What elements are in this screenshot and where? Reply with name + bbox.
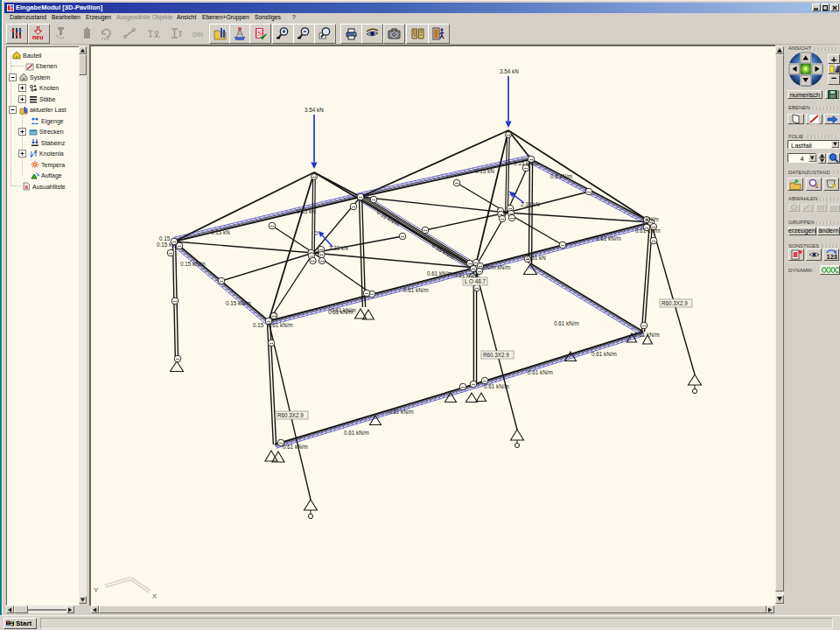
svg-text:X: X [152,592,158,600]
svg-text:0.15 kN/m: 0.15 kN/m [514,160,539,166]
svg-text:2.33 kN: 2.33 kN [521,201,540,207]
svg-text:0.61 kN/m: 0.61 kN/m [528,369,553,375]
svg-text:2.33 kN: 2.33 kN [329,245,348,251]
svg-text:3.54 kN: 3.54 kN [304,107,324,113]
svg-text:kN/m: kN/m [646,216,659,222]
svg-text:S: S [258,30,262,38]
svg-text:R60.3X2.9: R60.3X2.9 [662,300,688,306]
svg-text:0.61 kN/m: 0.61 kN/m [331,307,356,313]
svg-text:0.61 kN/m: 0.61 kN/m [427,270,452,276]
svg-text:0.61 kN/m: 0.61 kN/m [268,322,293,328]
svg-text:R60.3X2.9: R60.3X2.9 [277,412,304,418]
svg-text:0.61 kN/m: 0.61 kN/m [388,409,414,415]
svg-text:neu: neu [32,34,43,40]
svg-text:DIN: DIN [192,32,203,38]
svg-text:0.15 k: 0.15 k [157,242,172,248]
svg-text:0.15 kN: 0.15 kN [297,208,316,214]
svg-text:0.61 kN/m: 0.61 kN/m [484,383,509,389]
svg-text:0.61 kN/m: 0.61 kN/m [554,320,579,326]
svg-text:R60.3X2.9: R60.3X2.9 [483,352,509,358]
svg-text:0.61 kN/m: 0.61 kN/m [592,351,617,357]
svg-text:0.5 kN/m: 0.5 kN/m [550,173,572,179]
svg-text:0.61 kN/m: 0.61 kN/m [283,444,308,450]
svg-text:0.15 kN/m: 0.15 kN/m [226,300,251,306]
svg-text:L O 48.7: L O 48.7 [465,278,486,284]
svg-text:0.15: 0.15 [159,235,171,242]
svg-text:0.61 kN/m: 0.61 kN/m [344,430,369,436]
svg-text:0.15: 0.15 [253,322,264,328]
svg-text:3.54 kN: 3.54 kN [500,68,519,74]
svg-text:0.15 kN: 0.15 kN [211,229,230,235]
svg-text:123: 123 [827,253,838,261]
svg-text:0.61 kN/m: 0.61 kN/m [403,287,429,293]
svg-text:0.61 kN: 0.61 kN [527,255,546,261]
svg-text:0.15 kN: 0.15 kN [475,168,494,174]
svg-text:0.61 kN/m: 0.61 kN/m [635,228,661,234]
svg-text:kN/m kN/m: kN/m kN/m [483,264,510,270]
svg-text:Y: Y [94,586,99,594]
svg-text:0.61 kN/m: 0.61 kN/m [634,332,660,338]
svg-text:0.61 kN/m: 0.61 kN/m [596,235,621,242]
svg-text:0.15 kN/m: 0.15 kN/m [180,261,206,267]
